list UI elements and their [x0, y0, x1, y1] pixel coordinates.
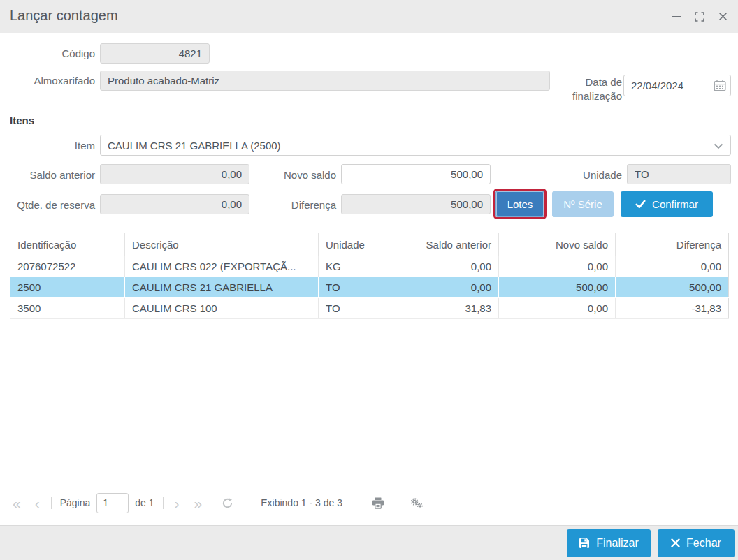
close-icon[interactable] — [716, 10, 730, 24]
grid-header-row: Identificação Descrição Unidade Saldo an… — [10, 233, 729, 256]
printer-icon[interactable] — [372, 497, 384, 509]
fechar-button-label: Fechar — [686, 537, 721, 550]
first-page-icon[interactable]: « — [10, 496, 22, 510]
page-label: Página — [60, 497, 91, 508]
cell-novo-saldo: 0,00 — [499, 298, 616, 319]
diferenca-field — [341, 194, 491, 214]
data-finalizacao-field[interactable] — [623, 75, 731, 96]
confirmar-button-label: Confirmar — [652, 198, 698, 210]
col-saldo-anterior[interactable]: Saldo anterior — [382, 233, 499, 256]
cell-descricao: CAULIM CRS 21 GABRIELLA — [125, 277, 319, 298]
check-icon — [635, 200, 646, 209]
codigo-field — [100, 43, 210, 64]
unidade-label: Unidade — [535, 168, 622, 182]
cell-descricao: CAULIM CRS 022 (EXPORTAÇÃ... — [125, 256, 319, 277]
cell-unidade: KG — [319, 256, 382, 277]
next-page-icon[interactable]: › — [172, 496, 182, 510]
cell-identificacao: 2500 — [10, 277, 125, 298]
item-combobox[interactable]: CAULIM CRS 21 GABRIELLA (2500) — [100, 135, 731, 156]
window-controls — [670, 0, 730, 33]
cell-saldo-anterior: 0,00 — [382, 256, 499, 277]
prev-page-icon[interactable]: ‹ — [32, 496, 43, 510]
col-descricao[interactable]: Descrição — [125, 233, 319, 256]
dialog-lancar-contagem: Lançar contagem Código Almoxarifado Data… — [0, 0, 738, 560]
fechar-button[interactable]: Fechar — [658, 529, 735, 557]
novo-saldo-label: Novo saldo — [249, 168, 336, 182]
grid-row[interactable]: 3500 CAULIM CRS 100 TO 31,83 0,00 -31,83 — [10, 298, 729, 319]
cell-unidade: TO — [319, 298, 382, 319]
save-floppy-icon — [579, 538, 590, 549]
grid-row[interactable]: 2076072522 CAULIM CRS 022 (EXPORTAÇÃ... … — [10, 256, 729, 277]
saldo-anterior-field — [100, 164, 249, 184]
titlebar: Lançar contagem — [0, 0, 738, 33]
col-diferenca[interactable]: Diferença — [616, 233, 729, 256]
separator — [212, 497, 212, 509]
almoxarifado-label: Almoxarifado — [0, 74, 95, 88]
saldo-anterior-label: Saldo anterior — [0, 168, 95, 182]
footer-bar: Finalizar Fechar — [0, 525, 738, 560]
data-finalizacao-input[interactable] — [624, 80, 709, 91]
settings-gears-icon[interactable] — [410, 497, 424, 509]
close-x-icon — [671, 538, 680, 547]
nserie-button[interactable]: Nº Série — [552, 191, 614, 217]
col-novo-saldo[interactable]: Novo saldo — [499, 233, 616, 256]
pagination-status: Exibindo 1 - 3 de 3 — [261, 497, 342, 508]
page-count-label: de 1 — [135, 497, 154, 508]
itens-section-heading: Itens — [10, 115, 34, 126]
codigo-label: Código — [0, 47, 95, 61]
page-input[interactable] — [96, 493, 129, 513]
cell-unidade: TO — [319, 277, 382, 298]
refresh-icon[interactable] — [221, 496, 234, 510]
calendar-icon[interactable] — [709, 75, 730, 96]
finalizar-button[interactable]: Finalizar — [567, 529, 651, 557]
item-label: Item — [0, 139, 95, 153]
maximize-icon[interactable] — [693, 10, 707, 24]
diferenca-label: Diferença — [249, 198, 336, 212]
cell-saldo-anterior: 31,83 — [382, 298, 499, 319]
qtde-reserva-field — [100, 194, 249, 214]
cell-identificacao: 3500 — [10, 298, 125, 319]
cell-saldo-anterior: 0,00 — [382, 277, 499, 298]
cell-novo-saldo: 0,00 — [499, 256, 616, 277]
cell-identificacao: 2076072522 — [10, 256, 125, 277]
cell-diferenca: 500,00 — [616, 277, 729, 298]
chevron-down-icon — [714, 140, 723, 152]
lotes-button[interactable]: Lotes — [495, 191, 544, 217]
items-grid: Identificação Descrição Unidade Saldo an… — [10, 233, 729, 319]
cell-diferenca: -31,83 — [616, 298, 729, 319]
col-identificacao[interactable]: Identificação — [10, 233, 125, 256]
finalizar-button-label: Finalizar — [596, 537, 638, 550]
item-combobox-value: CAULIM CRS 21 GABRIELLA (2500) — [108, 140, 714, 152]
last-page-icon[interactable]: » — [191, 496, 204, 510]
novo-saldo-input[interactable] — [341, 164, 491, 184]
pagination-toolbar: « ‹ Página de 1 › » Exibindo 1 - 3 de 3 — [10, 489, 728, 517]
col-unidade[interactable]: Unidade — [319, 233, 382, 256]
unidade-field — [627, 164, 731, 184]
cell-descricao: CAULIM CRS 100 — [125, 298, 319, 319]
minimize-icon[interactable] — [670, 10, 683, 24]
cell-novo-saldo: 500,00 — [499, 277, 616, 298]
cell-diferenca: 0,00 — [616, 256, 729, 277]
separator — [163, 497, 164, 509]
qtde-reserva-label: Qtde. de reserva — [0, 198, 95, 212]
red-highlight-annotation: Lotes — [493, 189, 547, 219]
grid-row-selected[interactable]: 2500 CAULIM CRS 21 GABRIELLA TO 0,00 500… — [10, 277, 729, 298]
confirmar-button[interactable]: Confirmar — [621, 191, 713, 217]
separator — [51, 497, 52, 509]
data-finalizacao-label: Data de finalização — [535, 75, 622, 103]
dialog-title: Lançar contagem — [10, 8, 118, 24]
almoxarifado-field — [100, 71, 550, 91]
